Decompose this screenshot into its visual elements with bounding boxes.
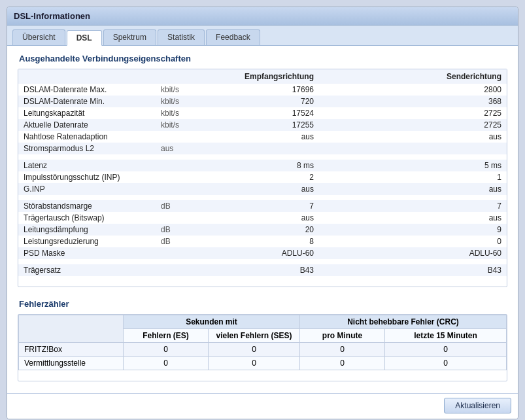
row-empfang: 720 (195, 96, 319, 107)
row-unit: dB (156, 224, 195, 236)
row-unit: dB (156, 200, 195, 212)
row-sende: 9 (319, 224, 507, 236)
header-unit-col (156, 69, 195, 84)
tab-statistik[interactable]: Statistik (158, 29, 205, 45)
verbindung-table-container: Empfangsrichtung Senderichtung DSLAM-Dat… (18, 69, 507, 287)
error-cell: 0 (300, 357, 385, 370)
table-row: Aktuelle Datenrate kbit/s 17255 2725 (18, 119, 507, 131)
error-cell: 0 (209, 357, 300, 370)
row-sende: 2725 (319, 119, 507, 131)
table-header-row: Empfangsrichtung Senderichtung (18, 69, 507, 84)
row-sende: 1 (319, 171, 507, 183)
error-cell: 0 (209, 343, 300, 357)
error-table: Sekunden mit Nicht behebbare Fehler (CRC… (18, 315, 507, 370)
row-label: Latenz (18, 160, 156, 171)
error-group-header-row: Sekunden mit Nicht behebbare Fehler (CRC… (19, 315, 507, 329)
row-empfang: 7 (195, 200, 319, 212)
tab-ubersicht[interactable]: Übersicht (12, 29, 65, 45)
row-empfang: 17255 (195, 119, 319, 131)
row-empfang: 20 (195, 224, 319, 236)
verbindung-table: Empfangsrichtung Senderichtung DSLAM-Dat… (18, 69, 507, 276)
header-sende: Senderichtung (319, 69, 507, 84)
row-sende: aus (319, 183, 507, 195)
row-label: Störabstandsmarge (18, 200, 156, 212)
row-empfang: 8 (195, 236, 319, 247)
error-group1-header: Sekunden mit (124, 315, 300, 329)
row-unit: kbit/s (156, 96, 195, 107)
row-label: Leitungskapazität (18, 107, 156, 119)
error-group2-header: Nicht behebbare Fehler (CRC) (300, 315, 507, 329)
error-col3-header: pro Minute (300, 329, 385, 343)
tab-feedback[interactable]: Feedback (206, 29, 260, 45)
row-sende (319, 143, 507, 154)
tab-bar: Übersicht DSL Spektrum Statistik Feedbac… (7, 26, 518, 46)
row-empfang: 8 ms (195, 160, 319, 171)
table-row: Leistungsreduzierung dB 8 0 (18, 236, 507, 247)
row-label: DSLAM-Datenrate Max. (18, 84, 156, 96)
aktualisieren-button[interactable]: Aktualisieren (444, 398, 511, 413)
tab-spektrum[interactable]: Spektrum (103, 29, 156, 45)
row-empfang: aus (195, 131, 319, 143)
row-unit (156, 171, 195, 183)
tab-dsl[interactable]: DSL (67, 30, 102, 46)
row-label: Leistungsreduzierung (18, 236, 156, 247)
row-sende: 368 (319, 96, 507, 107)
row-label: G.INP (18, 183, 156, 195)
main-content: Ausgehandelte Verbindungseigenschaften E… (7, 46, 518, 393)
header-label-col (18, 69, 156, 84)
row-empfang: 2 (195, 171, 319, 183)
error-data-row: FRITZ!Box 0 0 0 0 (19, 343, 507, 357)
table-row: Trägertausch (Bitswap) aus aus (18, 212, 507, 224)
error-col4-header: letzte 15 Minuten (385, 329, 507, 343)
error-empty-cell (19, 315, 124, 343)
row-label: Trägersatz (18, 264, 156, 276)
error-row-label: Vermittlungsstelle (19, 357, 124, 370)
row-empfang (195, 143, 319, 154)
row-unit (156, 160, 195, 171)
row-unit (156, 212, 195, 224)
row-sende: aus (319, 131, 507, 143)
row-unit: aus (156, 143, 195, 154)
table-row: Impulsstörungsschutz (INP) 2 1 (18, 171, 507, 183)
table-row: Stromsparmodus L2 aus (18, 143, 507, 154)
row-empfang: B43 (195, 264, 319, 276)
row-unit (156, 247, 195, 259)
row-unit: kbit/s (156, 107, 195, 119)
row-label: Aktuelle Datenrate (18, 119, 156, 131)
row-unit (156, 183, 195, 195)
row-label: PSD Maske (18, 247, 156, 259)
row-empfang: aus (195, 183, 319, 195)
row-label: Leitungsdämpfung (18, 224, 156, 236)
table-row: Latenz 8 ms 5 ms (18, 160, 507, 171)
row-label: Trägertausch (Bitswap) (18, 212, 156, 224)
table-row: G.INP aus aus (18, 183, 507, 195)
error-data-row: Vermittlungsstelle 0 0 0 0 (19, 357, 507, 370)
footer: Aktualisieren (7, 393, 518, 419)
row-unit: kbit/s (156, 119, 195, 131)
main-window: DSL-Informationen Übersicht DSL Spektrum… (7, 7, 518, 419)
table-row: Nahtlose Ratenadaption aus aus (18, 131, 507, 143)
error-cell: 0 (385, 357, 507, 370)
window-title: DSL-Informationen (7, 7, 518, 26)
error-table-container: Sekunden mit Nicht behebbare Fehler (CRC… (18, 314, 507, 381)
error-col1-header: Fehlern (ES) (124, 329, 209, 343)
table-row: Leitungskapazität kbit/s 17524 2725 (18, 107, 507, 119)
error-cell: 0 (124, 357, 209, 370)
row-sende: aus (319, 212, 507, 224)
row-sende: 5 ms (319, 160, 507, 171)
error-cell: 0 (385, 343, 507, 357)
row-empfang: 17524 (195, 107, 319, 119)
row-empfang: 17696 (195, 84, 319, 96)
section1-title: Ausgehandelte Verbindungseigenschaften (18, 54, 507, 63)
row-empfang: ADLU-60 (195, 247, 319, 259)
spacer-row (18, 154, 507, 160)
table-row: PSD Maske ADLU-60 ADLU-60 (18, 247, 507, 259)
error-col2-header: vielen Fehlern (SES) (209, 329, 300, 343)
error-row-label: FRITZ!Box (19, 343, 124, 357)
row-label: Stromsparmodus L2 (18, 143, 156, 154)
table-row: Störabstandsmarge dB 7 7 (18, 200, 507, 212)
row-unit: kbit/s (156, 84, 195, 96)
row-unit (156, 131, 195, 143)
row-sende: 2800 (319, 84, 507, 96)
row-sende: 0 (319, 236, 507, 247)
